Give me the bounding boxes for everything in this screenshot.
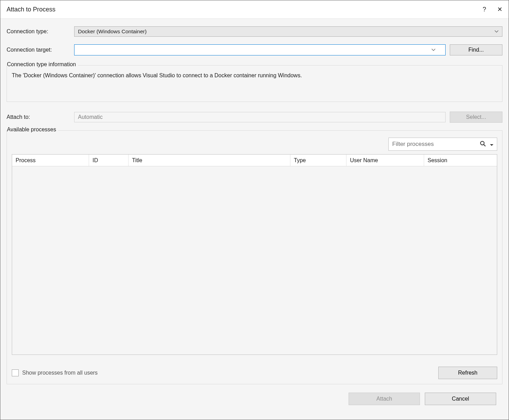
close-icon[interactable]: ✕ xyxy=(497,6,502,12)
column-title[interactable]: Title xyxy=(129,155,290,166)
connection-type-row: Connection type: Docker (Windows Contain… xyxy=(7,26,502,37)
refresh-button-label: Refresh xyxy=(458,370,477,376)
chevron-down-icon xyxy=(431,49,436,51)
process-table[interactable]: Process ID Title Type User Name Session xyxy=(12,154,497,355)
connection-type-combo[interactable]: Docker (Windows Container) xyxy=(74,26,502,37)
connection-target-row: Connection target: Find... xyxy=(7,44,502,55)
titlebar: Attach to Process ? ✕ xyxy=(0,0,509,19)
column-id[interactable]: ID xyxy=(89,155,129,166)
attach-to-label: Attach to: xyxy=(7,114,74,120)
connection-info-legend: Connection type information xyxy=(7,61,78,68)
column-user-name[interactable]: User Name xyxy=(346,155,424,166)
column-process[interactable]: Process xyxy=(12,155,89,166)
connection-info-group: Connection type information The 'Docker … xyxy=(7,65,502,102)
find-button-label: Find... xyxy=(468,47,484,53)
column-session[interactable]: Session xyxy=(424,155,497,166)
attach-to-row: Attach to: Automatic Select... xyxy=(7,112,502,123)
show-all-users-label: Show processes from all users xyxy=(22,370,98,376)
dialog-title: Attach to Process xyxy=(7,6,483,13)
cancel-button[interactable]: Cancel xyxy=(425,393,496,405)
attach-to-value: Automatic xyxy=(74,112,446,122)
dropdown-caret-icon[interactable] xyxy=(490,141,493,147)
attach-button-label: Attach xyxy=(376,396,392,402)
filter-processes-box[interactable] xyxy=(388,138,497,151)
process-table-header: Process ID Title Type User Name Session xyxy=(12,155,497,166)
svg-line-1 xyxy=(484,145,485,146)
connection-target-combo[interactable] xyxy=(74,44,446,55)
select-button-label: Select... xyxy=(466,114,486,120)
connection-info-text: The 'Docker (Windows Container)' connect… xyxy=(11,70,498,81)
available-processes-legend: Available processes xyxy=(7,126,58,133)
dialog-content: Connection type: Docker (Windows Contain… xyxy=(0,19,509,420)
attach-to-process-dialog: Attach to Process ? ✕ Connection type: D… xyxy=(0,0,509,420)
filter-row xyxy=(12,138,497,151)
available-processes-group: Available processes xyxy=(7,130,502,384)
titlebar-controls: ? ✕ xyxy=(483,6,502,12)
column-type[interactable]: Type xyxy=(290,155,346,166)
checkbox-box-icon xyxy=(12,369,19,376)
show-all-users-checkbox[interactable]: Show processes from all users xyxy=(12,369,98,376)
help-icon[interactable]: ? xyxy=(483,6,486,12)
chevron-down-icon xyxy=(494,30,499,33)
connection-target-label: Connection target: xyxy=(7,47,74,53)
connection-target-input[interactable] xyxy=(78,47,431,53)
available-bottom-row: Show processes from all users Refresh xyxy=(12,367,497,379)
find-button[interactable]: Find... xyxy=(450,44,502,55)
select-button: Select... xyxy=(450,112,502,123)
attach-button: Attach xyxy=(349,393,420,405)
search-icon xyxy=(480,140,486,148)
refresh-button[interactable]: Refresh xyxy=(438,367,497,379)
connection-type-label: Connection type: xyxy=(7,28,74,35)
filter-processes-input[interactable] xyxy=(392,141,476,148)
svg-point-0 xyxy=(481,141,484,145)
cancel-button-label: Cancel xyxy=(452,396,469,402)
connection-type-value: Docker (Windows Container) xyxy=(78,28,147,35)
dialog-footer: Attach Cancel xyxy=(7,384,502,413)
